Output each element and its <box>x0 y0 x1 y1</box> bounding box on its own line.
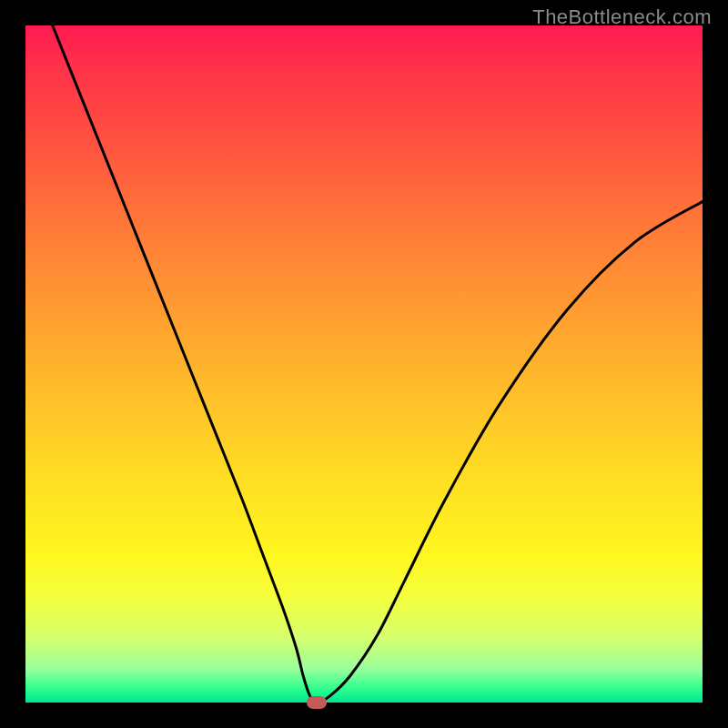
watermark-text: TheBottleneck.com <box>532 5 712 29</box>
plot-area <box>25 25 703 703</box>
optimal-point-marker <box>307 696 327 709</box>
bottleneck-curve <box>25 25 703 703</box>
chart-frame: TheBottleneck.com <box>0 0 728 728</box>
